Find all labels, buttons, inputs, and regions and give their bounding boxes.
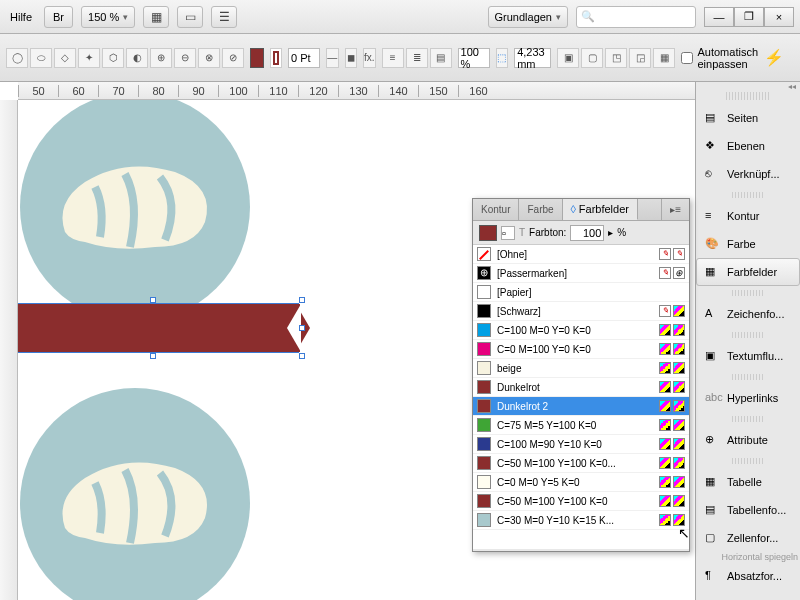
- minimize-button[interactable]: —: [704, 7, 734, 27]
- pf-icon[interactable]: ✦: [78, 48, 100, 68]
- logo-circle[interactable]: [20, 92, 250, 322]
- swatch-list[interactable]: [Ohne][Passermarken][Papier][Schwarz]C=1…: [473, 245, 689, 549]
- restore-button[interactable]: ❐: [734, 7, 764, 27]
- pf-icon[interactable]: ⬡: [102, 48, 124, 68]
- tint-row: ▫ T Farbton: ▸ %: [473, 221, 689, 245]
- pf-icon[interactable]: ⊕: [150, 48, 172, 68]
- pf-icon[interactable]: ⊖: [174, 48, 196, 68]
- pf-icon[interactable]: ⬭: [30, 48, 52, 68]
- dock-separator: [732, 192, 764, 198]
- stroke-swatch[interactable]: [270, 48, 282, 68]
- swatch-row[interactable]: C=30 M=0 Y=10 K=15 K...: [473, 511, 689, 530]
- panel-tabellenfo[interactable]: ▤Tabellenfo...: [696, 496, 800, 524]
- ruler-tick: 160: [458, 85, 498, 97]
- tab-farbfelder[interactable]: ◊ Farbfelder: [563, 199, 638, 220]
- workspace-dropdown[interactable]: Grundlagen: [488, 6, 569, 28]
- drop-shadow-icon[interactable]: ◼: [345, 48, 357, 68]
- pf-icon[interactable]: ◯: [6, 48, 28, 68]
- tab-farbe[interactable]: Farbe: [519, 199, 562, 220]
- panel-hyperlinks[interactable]: abcHyperlinks: [696, 384, 800, 412]
- pf-icon[interactable]: ⊗: [198, 48, 220, 68]
- view-options-icon[interactable]: ▦: [143, 6, 169, 28]
- panel-farbfelder[interactable]: ▦Farbfelder: [696, 258, 800, 286]
- fill-swatch[interactable]: [250, 48, 264, 68]
- panel-attribute[interactable]: ⊕Attribute: [696, 426, 800, 454]
- quick-apply-icon[interactable]: ⚡: [764, 48, 794, 67]
- scale-field[interactable]: 100 %: [458, 48, 490, 68]
- panel-seiten[interactable]: ▤Seiten: [696, 104, 800, 132]
- panel-verknupf[interactable]: ⎋Verknüpf...: [696, 160, 800, 188]
- tint-input[interactable]: [570, 225, 604, 241]
- hyperlinks-icon: abc: [705, 391, 721, 405]
- fit-icon[interactable]: ◲: [629, 48, 651, 68]
- constrain-icon[interactable]: ⬚: [496, 48, 508, 68]
- panel-kontur[interactable]: ≡Kontur: [696, 202, 800, 230]
- align-icon[interactable]: ≡: [382, 48, 404, 68]
- swatch-row[interactable]: [Schwarz]: [473, 302, 689, 321]
- help-menu[interactable]: Hilfe: [6, 11, 36, 23]
- swatch-name: C=50 M=100 Y=100 K=0...: [497, 458, 653, 469]
- formatting-container-icon[interactable]: ▫: [501, 226, 515, 240]
- pf-icon[interactable]: ⊘: [222, 48, 244, 68]
- logo-circle[interactable]: [20, 388, 250, 600]
- stroke-style-icon[interactable]: —: [326, 48, 338, 68]
- ruler-tick: 150: [418, 85, 458, 97]
- panel-ebenen[interactable]: ❖Ebenen: [696, 132, 800, 160]
- pf-icon[interactable]: ◐: [126, 48, 148, 68]
- fx-icon[interactable]: fx.: [363, 48, 376, 68]
- panel-farbe[interactable]: 🎨Farbe: [696, 230, 800, 258]
- fit-icon[interactable]: ▦: [653, 48, 675, 68]
- autofit-checkbox[interactable]: Automatisch einpassen: [681, 46, 758, 70]
- swatch-row[interactable]: Dunkelrot 2: [473, 397, 689, 416]
- screen-mode-icon[interactable]: ▭: [177, 6, 203, 28]
- panel-absatzfor[interactable]: ¶Absatzfor...: [696, 562, 800, 590]
- swatch-row[interactable]: C=0 M=100 Y=0 K=0: [473, 340, 689, 359]
- swatch-row[interactable]: beige: [473, 359, 689, 378]
- swatch-name: [Papier]: [497, 287, 679, 298]
- swatch-row[interactable]: [Passermarken]: [473, 264, 689, 283]
- fit-icon[interactable]: ▢: [581, 48, 603, 68]
- panel-textumflu[interactable]: ▣Textumflu...: [696, 342, 800, 370]
- swatch-row[interactable]: C=0 M=0 Y=5 K=0: [473, 473, 689, 492]
- cell-styles-icon: ▢: [705, 531, 721, 545]
- dock-grip[interactable]: [726, 92, 770, 100]
- swatch-row[interactable]: [Ohne]: [473, 245, 689, 264]
- search-field[interactable]: [576, 6, 696, 28]
- swatch-row[interactable]: C=100 M=90 Y=10 K=0: [473, 435, 689, 454]
- dock-separator: [732, 374, 764, 380]
- arrange-icon[interactable]: ☰: [211, 6, 237, 28]
- swatch-row[interactable]: C=50 M=100 Y=100 K=0...: [473, 454, 689, 473]
- tab-kontur[interactable]: Kontur: [473, 199, 519, 220]
- stroke-weight-field[interactable]: 0 Pt: [288, 48, 320, 68]
- dim-field[interactable]: 4,233 mm: [514, 48, 551, 68]
- ruler-tick: 50: [18, 85, 58, 97]
- panel-tabs: Kontur Farbe ◊ Farbfelder ▸≡: [473, 199, 689, 221]
- selection-handles[interactable]: [4, 300, 302, 356]
- swatch-row[interactable]: C=75 M=5 Y=100 K=0: [473, 416, 689, 435]
- align-icon[interactable]: ▤: [430, 48, 452, 68]
- croissant-icon: [45, 448, 225, 558]
- panel-zeichenfo[interactable]: AZeichenfo...: [696, 300, 800, 328]
- swatch-name: C=75 M=5 Y=100 K=0: [497, 420, 653, 431]
- pf-icon[interactable]: ◇: [54, 48, 76, 68]
- panel-tabelle[interactable]: ▦Tabelle: [696, 468, 800, 496]
- close-button[interactable]: ×: [764, 7, 794, 27]
- bridge-button[interactable]: Br: [44, 6, 73, 28]
- fill-proxy[interactable]: [479, 225, 497, 241]
- color-icon: 🎨: [705, 237, 721, 251]
- swatch-row[interactable]: Dunkelrot: [473, 378, 689, 397]
- swatch-row[interactable]: C=50 M=100 Y=100 K=0: [473, 492, 689, 511]
- zoom-dropdown[interactable]: 150 %: [81, 6, 135, 28]
- swatch-row[interactable]: [Papier]: [473, 283, 689, 302]
- swatch-row[interactable]: C=100 M=0 Y=0 K=0: [473, 321, 689, 340]
- panel-zellenfor[interactable]: ▢Zellenfor...: [696, 524, 800, 552]
- dock-collapse-icon[interactable]: ◂◂: [696, 82, 800, 88]
- fit-icon[interactable]: ◳: [605, 48, 627, 68]
- panel-menu-icon[interactable]: ▸≡: [661, 199, 689, 220]
- fit-icon[interactable]: ▣: [557, 48, 579, 68]
- swatches-panel[interactable]: Kontur Farbe ◊ Farbfelder ▸≡ ▫ T Farbton…: [472, 198, 690, 552]
- align-icon[interactable]: ≣: [406, 48, 428, 68]
- ruler-tick: 130: [338, 85, 378, 97]
- ribbon-selected[interactable]: [8, 304, 298, 352]
- autofit-input[interactable]: [681, 52, 693, 64]
